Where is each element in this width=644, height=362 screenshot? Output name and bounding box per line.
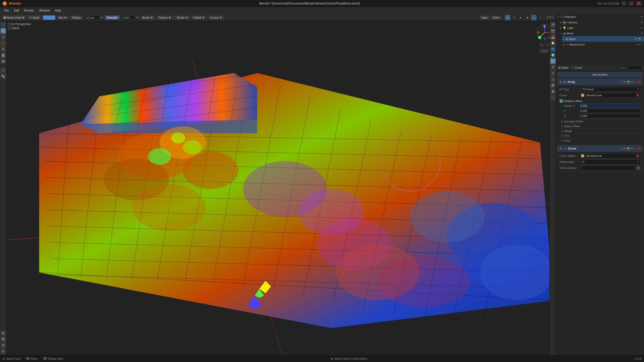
menu-edit[interactable]: Edit — [12, 8, 21, 13]
stroke-selector[interactable]: Stroke ▼ — [175, 16, 190, 20]
array-render-icon[interactable]: 📷 — [626, 80, 630, 84]
camera-view-btn[interactable]: 📷 — [1, 336, 6, 342]
bank-select-icon[interactable]: ↓ — [642, 38, 643, 40]
strength-btn[interactable]: Strength — [105, 16, 119, 20]
modifier-array-header[interactable]: ▼ ⊞ Array ✓ ⊞ 📷 ✏ ↑ ✕ — [557, 79, 643, 85]
viewport-shading-solid[interactable]: ● — [518, 15, 524, 20]
color-swatch[interactable] — [43, 15, 55, 20]
props-view-layer-btn[interactable]: 🔲 — [550, 40, 556, 46]
props-physics-btn[interactable]: ⊿ — [550, 76, 556, 82]
props-output-btn[interactable]: 📤 — [550, 34, 556, 40]
beziercurve-visibility-icon[interactable]: 👁 — [637, 43, 639, 46]
array-toggle-icon[interactable]: ✓ — [619, 80, 622, 84]
cursor-selector[interactable]: Cursor ▼ — [208, 16, 224, 20]
modifier-curve-header[interactable]: ▼ 〜 Curve ✓ ⊞ 📷 ✏ ↑ ✕ — [557, 145, 643, 152]
array-delete-btn[interactable]: ✕ — [637, 80, 641, 84]
light-visibility-icon[interactable]: 👁 — [640, 27, 643, 29]
menu-file[interactable]: File — [2, 8, 11, 13]
tool-cursor[interactable]: + — [1, 22, 6, 28]
curve-mod-render-icon[interactable]: 📷 — [626, 147, 630, 150]
curve-mod-edit-icon[interactable]: ✏ — [631, 147, 634, 150]
constant-offset-section[interactable]: ▶ Constant Offset — [559, 119, 641, 124]
props-data-btn[interactable]: ▦ — [550, 88, 556, 94]
props-material-btn[interactable]: ○ — [550, 95, 556, 100]
camera-persp-btn[interactable]: persp — [539, 48, 550, 53]
zoom-in-btn[interactable]: + — [539, 42, 544, 47]
object-offset-section[interactable]: ▶ Object Offset — [559, 124, 641, 128]
tool-draw[interactable]: ✏ — [1, 28, 6, 34]
curve-mod-toggle-icon[interactable]: ✓ — [619, 147, 622, 150]
curve-mod-up-icon[interactable]: ↑ — [635, 147, 636, 150]
gizmo-toggle[interactable]: ⟳ — [511, 15, 517, 20]
curve-clear-btn[interactable]: ✕ — [636, 94, 639, 97]
props-search[interactable] — [617, 65, 642, 70]
deform-axis-expand[interactable]: ▼ — [637, 161, 639, 163]
outliner-item-mesh[interactable]: ▼ ▦ Mesh 👁 — [559, 31, 644, 36]
radius-input[interactable] — [84, 15, 99, 20]
curve-mod-delete-btn[interactable]: ✕ — [637, 147, 641, 150]
add-modifier-btn[interactable]: Add Modifier — [557, 72, 643, 77]
snap-btn[interactable]: ⊛ — [1, 348, 6, 354]
props-scene-btn[interactable]: 🎬 — [550, 22, 556, 28]
outliner-item-camera[interactable]: ▶ 📷 Camera 👁 — [559, 20, 644, 25]
props-constraints-btn[interactable]: 🔗 — [550, 82, 556, 88]
viewport-shading-material[interactable]: ◑ — [525, 15, 530, 20]
factor-x-value[interactable]: 0.995 — [579, 104, 641, 108]
outliner-item-collection[interactable]: ▼ ⬡ Collection 👁 — [556, 14, 644, 20]
tool-smear[interactable]: ~ — [1, 40, 6, 46]
fit-type-dropdown[interactable]: ▼ — [637, 88, 639, 90]
outliner-item-beziercurve[interactable]: ▶ 〜 BezierCurve 👁 〜 — [562, 42, 644, 47]
props-particles-btn[interactable]: ✦ — [550, 70, 556, 76]
close-btn[interactable]: ✕ — [636, 1, 641, 6]
bank-visibility-icon[interactable]: 👁 — [635, 38, 637, 40]
vertex-group-add-btn[interactable]: ⊕ — [636, 166, 641, 170]
grid-btn[interactable]: ⊠ — [1, 342, 6, 348]
brush-selector[interactable]: Brush ▼ — [140, 16, 155, 20]
props-world-btn[interactable]: 🌍 — [550, 52, 556, 58]
props-render-btn[interactable]: 📷 — [550, 28, 556, 34]
draw-mode-btn[interactable]: ✏ Draw — [28, 15, 41, 20]
camera-visibility-icon[interactable]: 👁 — [640, 21, 643, 24]
viewport-shading-wireframe[interactable]: □ — [538, 15, 543, 20]
beziercurve-extra-icon[interactable]: 〜 — [640, 43, 643, 46]
tool-annotate[interactable]: ✏ — [1, 67, 6, 73]
sidebar-toggle-btn[interactable]: › — [8, 24, 12, 29]
vertex-group-value[interactable] — [581, 165, 636, 170]
bank-render-icon[interactable]: 📷 — [638, 38, 641, 40]
menu-help[interactable]: Help — [53, 8, 63, 13]
view-menu[interactable]: View — [479, 16, 490, 20]
overlay-toggle[interactable]: ⊞ — [505, 15, 510, 20]
tool-measure[interactable]: 📏 — [1, 73, 6, 79]
strength-input[interactable] — [121, 15, 135, 20]
radius-btn[interactable]: Radius — [70, 16, 83, 20]
props-scene2-btn[interactable]: 🌐 — [550, 46, 556, 52]
outliner-item-bank[interactable]: ▶ ▦ Bank 👁 📷 ↓ — [562, 36, 644, 42]
caps-section[interactable]: ▶ Caps — [559, 138, 641, 143]
mix-selector[interactable]: Mix ▼ — [57, 16, 69, 20]
props-modifier-btn[interactable]: ⚙ — [550, 64, 556, 70]
merge-section[interactable]: ▶ Merge — [559, 128, 641, 133]
mesh-visibility-icon[interactable]: 👁 — [640, 32, 643, 35]
array-edit-icon[interactable]: ✏ — [631, 80, 634, 84]
tool-blur[interactable]: ◎ — [1, 34, 6, 40]
paint-menu[interactable]: Paint — [491, 16, 501, 20]
curve-object-clear-btn[interactable]: ✕ — [636, 154, 639, 157]
menu-window[interactable]: Window — [37, 8, 52, 13]
texture-selector[interactable]: Texture ▼ — [156, 16, 173, 20]
outliner-item-light[interactable]: ▶ 💡 Light 👁 — [559, 25, 644, 31]
array-realtime-icon[interactable]: ⊞ — [623, 80, 625, 84]
curve-mod-realtime-icon[interactable]: ⊞ — [623, 147, 625, 150]
maximize-btn[interactable]: □ — [629, 2, 634, 6]
factor-y-value[interactable]: 0.000 — [579, 109, 641, 113]
falloff-selector[interactable]: Falloff ▼ — [192, 16, 207, 20]
collection-visibility-icon[interactable]: 👁 — [640, 16, 643, 18]
factor-z-value[interactable]: 0.000 — [579, 114, 641, 118]
tool-clone[interactable]: ⊕ — [1, 46, 6, 52]
menu-render[interactable]: Render — [22, 8, 36, 13]
view-3d-btn[interactable]: ⊞ — [1, 330, 6, 336]
minimize-btn[interactable]: ─ — [622, 2, 627, 6]
mode-selector[interactable]: ▦ Vertex Paint ▼ — [2, 15, 26, 20]
relative-offset-checkbox[interactable]: ✓ — [559, 99, 563, 103]
array-up-icon[interactable]: ↑ — [635, 80, 636, 84]
uvs-section[interactable]: ▶ UVs — [559, 133, 641, 138]
